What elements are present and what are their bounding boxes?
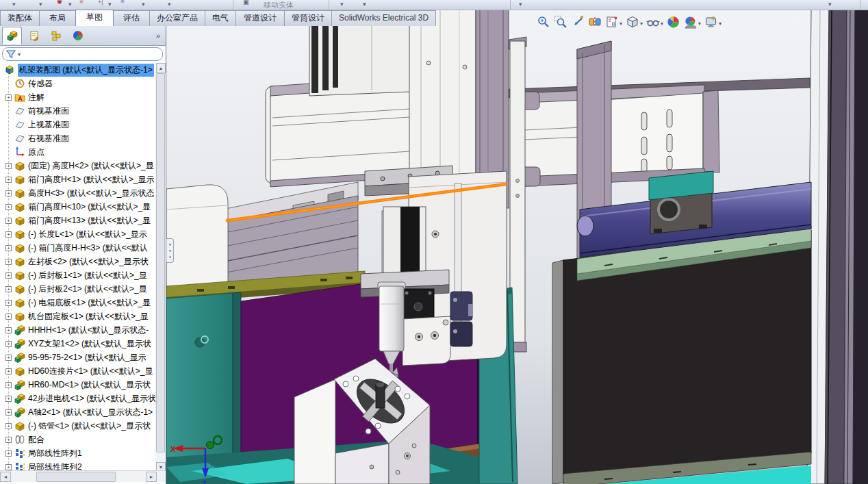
tree-expander[interactable]: + — [5, 396, 12, 402]
previous-view-button[interactable] — [570, 14, 585, 32]
tree-expander[interactable]: + — [5, 94, 12, 101]
toolbar-dropdown-caret[interactable]: ▾ — [108, 1, 112, 8]
tree-expander[interactable]: + — [5, 355, 12, 361]
tree-vertical-scrollbar[interactable]: ▲ ▼ — [155, 63, 165, 472]
toolbar-dropdown-caret[interactable]: ▾ — [12, 1, 16, 8]
toolbar-dropdown-caret[interactable]: ▾ — [828, 1, 832, 8]
tree-item-25[interactable]: +42步进电机<1> (默认<默认_显示状 — [0, 392, 156, 405]
filter-caret[interactable]: ▾ — [18, 51, 21, 58]
tree-item-22[interactable]: +95-95-75-2<1> (默认<默认_显示 — [0, 351, 156, 364]
tree-expander[interactable]: + — [5, 177, 12, 183]
ribbon-tab-6[interactable]: 电气 — [205, 10, 236, 26]
display-style-button[interactable]: ▾ — [625, 14, 643, 32]
tree-expander[interactable]: + — [5, 300, 12, 306]
toolbar-icon-fragment[interactable]: ♕ — [79, 0, 84, 5]
tree-item-23[interactable]: +HD60连接片<1> (默认<<默认>_显 — [0, 364, 156, 378]
tree-item-15[interactable]: +左封板<2> (默认<<默认>_显示状 — [0, 255, 156, 268]
tree-item-26[interactable]: +A轴2<1> (默认<默认_显示状态-1> — [0, 405, 156, 419]
section-view-button[interactable] — [587, 14, 602, 32]
tree-expander[interactable]: + — [5, 314, 12, 320]
dropdown-caret[interactable]: ▾ — [640, 21, 643, 27]
tree-expander[interactable]: + — [5, 382, 12, 388]
dropdown-caret[interactable]: ▾ — [661, 21, 663, 27]
scroll-left-button[interactable]: ◄ — [0, 472, 11, 482]
tree-item-11[interactable]: +箱门高度H<10> (默认<<默认>_显 — [0, 200, 156, 214]
configuration-manager-tab[interactable] — [46, 27, 66, 44]
zoom-to-area-button[interactable] — [553, 14, 568, 32]
tree-item-19[interactable]: +机台固定板<1> (默认<<默认>_显 — [0, 309, 156, 323]
zoom-to-fit-button[interactable] — [536, 14, 551, 32]
tree-item-13[interactable]: +(-) 长度L<1> (默认<<默认>_显示 — [0, 227, 156, 241]
tree-item-6[interactable]: 右视基准面 — [0, 131, 156, 145]
tree-item-17[interactable]: +(-) 后封板2<1> (默认<<默认>_显 — [0, 282, 156, 296]
toolbar-icon-fragment[interactable]: ◉ — [57, 0, 62, 5]
tree-horizontal-scrollbar[interactable]: ◄ ► — [0, 470, 166, 482]
tree-filter[interactable]: ▾ — [2, 47, 163, 61]
tree-item-4[interactable]: 前视基准面 — [0, 104, 156, 118]
tree-item-18[interactable]: +(-) 电箱底板<1> (默认<<默认>_显 — [0, 296, 156, 309]
tree-item-12[interactable]: +箱门高度H<13> (默认<<默认>_显 — [0, 214, 156, 227]
feature-manager-tab[interactable] — [2, 27, 22, 44]
display-manager-tab[interactable] — [68, 27, 88, 44]
tree-item-29[interactable]: +局部线性阵列1 — [0, 446, 156, 460]
tree-item-16[interactable]: +(-) 后封板1<1> (默认<<默认>_显 — [0, 268, 156, 282]
toolbar-dropdown-caret[interactable]: ▾ — [340, 1, 344, 8]
ribbon-tab-3[interactable]: 草图 — [75, 10, 114, 26]
tree-expander[interactable]: + — [5, 163, 12, 169]
toolbar-dropdown-caret[interactable]: ▾ — [519, 1, 522, 8]
panel-overflow-button[interactable]: » — [156, 31, 160, 40]
tree-expander[interactable]: + — [5, 231, 12, 238]
tree-expander[interactable]: + — [5, 423, 12, 429]
dropdown-caret[interactable]: ▾ — [620, 21, 622, 27]
tree-expander[interactable]: + — [5, 327, 12, 333]
view-settings-button[interactable]: ▾ — [704, 14, 722, 32]
dropdown-caret[interactable]: ▾ — [698, 21, 701, 27]
ribbon-tab-7[interactable]: 管道设计 — [235, 10, 285, 26]
tree-expander[interactable]: + — [5, 190, 12, 196]
view-orientation-button[interactable]: ▾ — [604, 14, 623, 32]
3d-model-view[interactable]: X Z — [166, 10, 868, 484]
ribbon-tab-2[interactable]: 布局 — [39, 10, 76, 26]
panel-flyout-arrows[interactable]: ◂◂◂ — [166, 238, 174, 263]
property-manager-tab[interactable] — [24, 27, 44, 44]
ribbon-tab-9[interactable]: SolidWorks Electrical 3D — [331, 10, 436, 26]
ribbon-tab-4[interactable]: 评估 — [113, 10, 150, 26]
hide-show-items-button[interactable]: ▾ — [646, 14, 664, 32]
tree-expander[interactable]: + — [5, 437, 12, 443]
scroll-up-button[interactable]: ▲ — [156, 63, 166, 73]
tree-expander[interactable]: + — [5, 368, 12, 374]
apply-scene-button[interactable]: ▾ — [683, 14, 702, 32]
move-entities-label[interactable]: 移动实体 — [264, 0, 294, 10]
tree-expander[interactable]: + — [5, 464, 12, 470]
dropdown-caret[interactable]: ▾ — [719, 21, 722, 27]
tree-item-20[interactable]: +HHHH<1> (默认<默认_显示状态- — [0, 323, 156, 337]
tree-item-28[interactable]: +配合 — [0, 433, 156, 446]
horizontal-scroll-thumb[interactable] — [36, 472, 116, 482]
tree-expander[interactable]: + — [5, 272, 12, 279]
tree-expander[interactable]: + — [5, 286, 12, 292]
tree-expander[interactable]: + — [5, 204, 12, 210]
tree-item-3[interactable]: +注解 — [0, 90, 156, 104]
ribbon-tab-1[interactable]: 装配体 — [0, 10, 40, 26]
graphics-area[interactable]: X Z ▾▾▾▾▾ ◂◂◂ — [166, 10, 868, 484]
tree-item-8[interactable]: +(固定) 高度H<2> (默认<<默认>_显 — [0, 159, 156, 173]
tree-item-1[interactable]: 机架装配图 (默认<默认_显示状态-1> — [0, 63, 156, 77]
tree-item-24[interactable]: +HR60-MD<1> (默认<默认_显示状 — [0, 378, 156, 392]
edit-appearance-button[interactable] — [666, 14, 681, 32]
toolbar-icon-fragment[interactable]: +| — [98, 0, 103, 5]
tree-expander[interactable]: + — [5, 450, 12, 457]
vertical-scroll-thumb[interactable] — [156, 73, 165, 453]
tree-item-9[interactable]: +箱门高度H<1> (默认<<默认>_显示 — [0, 173, 156, 186]
toolbar-dropdown-caret[interactable]: ▾ — [363, 1, 366, 8]
ribbon-tab-8[interactable]: 管筒设计 — [284, 10, 332, 26]
toolbar-dropdown-caret[interactable]: ▾ — [39, 1, 42, 8]
toolbar-dropdown-caret[interactable]: ▾ — [142, 1, 145, 8]
tree-item-2[interactable]: 传感器 — [0, 77, 156, 90]
toolbar-dropdown-caret[interactable]: ▾ — [168, 1, 171, 8]
tree-item-7[interactable]: 原点 — [0, 145, 156, 159]
tree-item-27[interactable]: +(-) 锆管<1> (默认<<默认>_显示状 — [0, 419, 156, 433]
ribbon-tab-5[interactable]: 办公室产品 — [149, 10, 205, 26]
toolbar-dropdown-caret[interactable]: ▾ — [68, 1, 72, 8]
tree-expander[interactable]: + — [5, 341, 12, 347]
tree-expander[interactable]: + — [5, 259, 12, 265]
